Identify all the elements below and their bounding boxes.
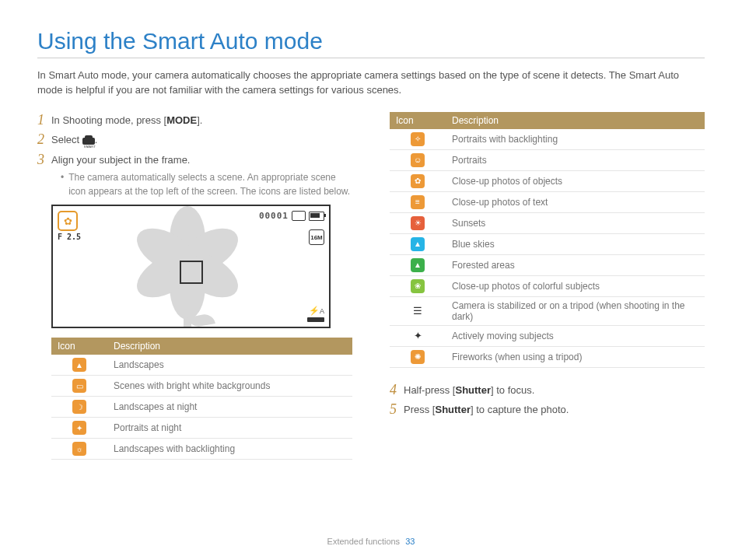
icon-description: Fireworks (when using a tripod): [446, 346, 705, 367]
scene-icon: ✺: [411, 350, 425, 364]
scene-icon: ✿: [58, 211, 78, 231]
scene-icon: ≡: [411, 195, 425, 209]
scene-icon: ▲: [72, 358, 86, 372]
step-1: 1 In Shooting mode, press [MODE].: [37, 112, 352, 129]
icon-table-left: Icon Description ▲Landscapes▭Scenes with…: [51, 338, 352, 460]
table-row: ✦Portraits at night: [51, 418, 352, 439]
right-column: Icon Description ✧Portraits with backlig…: [390, 112, 705, 460]
step-number: 3: [37, 152, 51, 169]
table-row: ☺Portraits: [390, 149, 705, 170]
table-row: ✧Portraits with backlighting: [390, 129, 705, 150]
footer-section: Extended functions: [327, 537, 401, 546]
overlay-top-right: 00001: [259, 211, 324, 221]
scene-icon: ▲: [411, 258, 425, 272]
step-5: 5 Press [Shutter] to capture the photo.: [390, 401, 705, 418]
intro-text: In Smart Auto mode, your camera automati…: [37, 68, 705, 98]
step-3-bullet: The camera automatically selects a scene…: [61, 171, 352, 198]
icon-description: Close-up photos of text: [446, 191, 705, 212]
page-title: Using the Smart Auto mode: [37, 28, 705, 58]
step-5-text-pre: Press [: [404, 404, 435, 415]
table-row: ▭Scenes with bright white backgrounds: [51, 376, 352, 397]
icon-description: Close-up photos of objects: [446, 170, 705, 191]
icon-description: Portraits at night: [107, 418, 352, 439]
scene-icon: ✦: [72, 421, 86, 435]
footer-page-number: 33: [405, 537, 415, 546]
th-desc: Description: [446, 112, 705, 129]
step-number: 1: [37, 112, 51, 129]
th-icon: Icon: [51, 338, 107, 355]
scene-icon: ☀: [411, 216, 425, 230]
left-column: 1 In Shooting mode, press [MODE]. 2 Sele…: [37, 112, 352, 460]
icon-description: Camera is stabilized or on a tripod (whe…: [446, 296, 705, 325]
step-number: 4: [390, 382, 404, 399]
icon-description: Forested areas: [446, 254, 705, 275]
table-row: ☼Landscapes with backlighting: [51, 439, 352, 460]
icon-description: Landscapes: [107, 355, 352, 376]
table-row: ≡Close-up photos of text: [390, 191, 705, 212]
step-2-text-pre: Select: [51, 134, 82, 145]
table-row: ✿Close-up photos of objects: [390, 170, 705, 191]
step-1-text-pre: In Shooting mode, press [: [51, 114, 166, 126]
step-3-text: Align your subject in the frame.: [51, 152, 352, 169]
scene-icon: ✧: [411, 132, 425, 146]
icon-description: Actively moving subjects: [446, 325, 705, 346]
flash-mode: A: [320, 307, 324, 315]
icon-description: Scenes with bright white backgrounds: [107, 376, 352, 397]
shutter-label: Shutter: [435, 404, 471, 415]
scene-icon: ✦: [411, 329, 425, 343]
step-number: 2: [37, 131, 51, 149]
icon-description: Close-up photos of colorful subjects: [446, 275, 705, 296]
shot-counter: 00001: [259, 211, 289, 221]
scene-icon: ▭: [72, 379, 86, 393]
table-row: ☽Landscapes at night: [51, 397, 352, 418]
th-desc: Description: [107, 338, 352, 355]
page-footer: Extended functions 33: [0, 537, 742, 546]
step-4: 4 Half-press [Shutter] to focus.: [390, 382, 705, 399]
icon-description: Blue skies: [446, 233, 705, 254]
step-number: 5: [390, 401, 404, 418]
smart-auto-icon: SMART: [82, 135, 95, 145]
table-row: ✦Actively moving subjects: [390, 325, 705, 346]
battery-icon: [309, 212, 324, 221]
table-row: ☰Camera is stabilized or on a tripod (wh…: [390, 296, 705, 325]
scene-icon: ▲: [411, 237, 425, 251]
table-row: ✺Fireworks (when using a tripod): [390, 346, 705, 367]
mode-button-label: MODE: [166, 114, 197, 126]
table-row: ❀Close-up photos of colorful subjects: [390, 275, 705, 296]
scene-icon: ☽: [72, 400, 86, 414]
overlay-top-left: ✿ F 2.5: [58, 211, 81, 241]
step-3: 3 Align your subject in the frame.: [37, 152, 352, 169]
scene-icon: ☼: [72, 442, 86, 456]
table-row: ▲Landscapes: [51, 355, 352, 376]
scene-icon: ☺: [411, 153, 425, 167]
flash-icon: ⚡: [309, 306, 320, 315]
f-value: F 2.5: [58, 233, 81, 241]
size-indicator: 16M: [309, 229, 324, 245]
step-1-text-post: ].: [197, 114, 202, 126]
icon-description: Landscapes at night: [107, 397, 352, 418]
step-4-text-post: ] to focus.: [491, 384, 534, 396]
icon-description: Portraits: [446, 149, 705, 170]
step-2-text-post: .: [95, 134, 98, 145]
shutter-label: Shutter: [455, 384, 491, 396]
table-row: ☀Sunsets: [390, 212, 705, 233]
table-row: ▲Blue skies: [390, 233, 705, 254]
th-icon: Icon: [390, 112, 446, 129]
scene-icon: ☰: [411, 304, 425, 318]
camera-screen-illustration: ✿ F 2.5 00001 16M ⚡A: [51, 205, 331, 328]
icon-table-right: Icon Description ✧Portraits with backlig…: [390, 112, 705, 368]
table-row: ▲Forested areas: [390, 254, 705, 275]
card-icon: [292, 211, 306, 221]
icon-description: Landscapes with backlighting: [107, 439, 352, 460]
icon-description: Sunsets: [446, 212, 705, 233]
overlay-bottom-right: ⚡A: [307, 306, 324, 322]
step-5-text-post: ] to capture the photo.: [471, 404, 569, 415]
focus-box: [180, 261, 203, 284]
scene-icon: ❀: [411, 279, 425, 293]
step-4-text-pre: Half-press [: [404, 384, 455, 396]
icon-description: Portraits with backlighting: [446, 129, 705, 150]
step-2: 2 Select SMART.: [37, 131, 352, 149]
scene-icon: ✿: [411, 174, 425, 188]
